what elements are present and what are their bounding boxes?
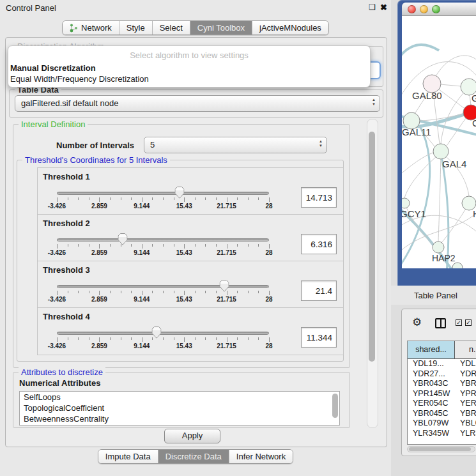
num-intervals-combobox[interactable]: 5 ▲▼ — [144, 137, 327, 153]
network-node[interactable] — [452, 263, 463, 268]
network-canvas[interactable]: GAL80GACGAL11GAL4GCY1HHAP2 — [402, 16, 476, 268]
cell-name[interactable]: YPR145W — [455, 389, 476, 399]
threshold-slider[interactable]: -3.4262.8599.14415.4321.71528 — [57, 168, 269, 214]
slider-tick — [89, 197, 89, 200]
tab-jactivemnodules[interactable]: jActiveMNodules — [252, 21, 328, 35]
table-row[interactable]: YDR27...YDR27... — [408, 369, 476, 380]
threshold-value-field[interactable]: 14.713 — [301, 187, 337, 208]
apply-button[interactable]: Apply — [164, 429, 220, 443]
slider-tick — [237, 337, 238, 340]
cell-name[interactable]: YER054C — [455, 399, 476, 409]
attribute-item-selfloops[interactable]: SelfLoops — [20, 392, 339, 403]
threshold-slider[interactable]: -3.4262.8599.14415.4321.71528 — [57, 261, 269, 307]
checkbox-icon[interactable]: ✓ — [465, 319, 472, 326]
cell-shared-name[interactable]: YDR27... — [408, 369, 455, 380]
slider-tick — [57, 244, 58, 249]
threshold-value-field[interactable]: 6.316 — [301, 234, 337, 254]
threshold-slider[interactable]: -3.4262.8599.14415.4321.71528 — [57, 215, 269, 261]
slider-tick — [78, 337, 79, 340]
minimize-button[interactable] — [420, 5, 428, 13]
slider-tick — [163, 244, 164, 247]
threshold-value-field[interactable]: 11.344 — [301, 327, 337, 348]
slider-tick — [99, 244, 100, 249]
threshold-slider[interactable]: -3.4262.8599.14415.4321.71528 — [57, 308, 269, 354]
split-columns-icon[interactable] — [435, 318, 446, 328]
cell-name[interactable]: YBR043C — [455, 379, 476, 389]
table-row[interactable]: YDL19...YDL19... — [408, 359, 476, 369]
slider-thumb[interactable] — [152, 326, 162, 341]
checkbox-icon[interactable]: ✓ — [456, 319, 462, 326]
cell-shared-name[interactable]: YBL079W — [408, 418, 455, 429]
tab-discretize-data[interactable]: Discretize Data — [158, 450, 229, 463]
table-body: YDL19...YDL19...YDR27...YDR27...YBR043CY… — [408, 359, 476, 437]
cell-shared-name[interactable]: YDL19... — [408, 359, 455, 369]
vertical-scrollbar-thumb[interactable] — [369, 132, 375, 362]
node-table[interactable]: shared... n... YDL19...YDL19...YDR27...Y… — [407, 341, 476, 445]
cell-shared-name[interactable]: YPR145W — [408, 389, 455, 399]
cell-shared-name[interactable]: YBR045C — [408, 409, 455, 419]
tab-impute-data[interactable]: Impute Data — [98, 450, 158, 463]
attribute-item-topologicalcoefficient[interactable]: TopologicalCoefficient — [20, 403, 339, 413]
top-tab-bar: NetworkStyleSelectCyni ToolboxjActiveMNo… — [0, 20, 391, 35]
slider-track[interactable] — [57, 192, 269, 195]
slider-tick — [258, 337, 259, 340]
threshold-value-field[interactable]: 21.4 — [301, 280, 337, 301]
numerical-attributes-list[interactable]: SelfLoopsTopologicalCoefficientBetweenne… — [19, 391, 340, 426]
combo-stepper-icon: ▲▼ — [319, 139, 323, 148]
network-node-gcy1[interactable] — [402, 198, 410, 208]
network-view-window: GAL80GACGAL11GAL4GCY1HHAP2 — [397, 0, 476, 286]
horizontal-scrollbar[interactable] — [407, 446, 475, 452]
slider-tick — [237, 291, 238, 293]
network-nodes[interactable]: GAL80GACGAL11GAL4GCY1HHAP2 — [402, 75, 476, 268]
tab-select[interactable]: Select — [153, 21, 190, 35]
slider-scale-label: 28 — [265, 342, 272, 349]
numerical-attributes-label: Numerical Attributes — [19, 378, 100, 388]
tab-infer-network[interactable]: Infer Network — [229, 450, 293, 463]
float-window-icon[interactable]: ❑ — [369, 3, 376, 12]
cell-shared-name[interactable]: YER054C — [408, 399, 455, 409]
cell-name[interactable]: YLR345W — [455, 429, 476, 438]
gear-icon[interactable]: ⚙ — [412, 317, 422, 328]
cell-shared-name[interactable]: YBR043C — [408, 379, 455, 389]
horizontal-scrollbar-thumb[interactable] — [409, 447, 471, 451]
bottom-tab-bar: Impute DataDiscretize DataInfer Network — [0, 449, 391, 464]
cell-shared-name[interactable]: YLR345W — [408, 429, 455, 438]
cell-name[interactable]: YDL19... — [455, 359, 476, 369]
algorithm-option-manual-discretization[interactable]: Manual Discretization — [10, 63, 96, 73]
vertical-scrollbar[interactable] — [367, 119, 378, 428]
table-row[interactable]: YBL079WYBL079W — [408, 418, 476, 429]
attributes-scrollbar-thumb[interactable] — [332, 394, 338, 418]
close-button[interactable] — [408, 5, 416, 13]
tab-cyni-toolbox[interactable]: Cyni Toolbox — [190, 21, 252, 35]
tab-style[interactable]: Style — [119, 21, 153, 35]
table-row[interactable]: YBR045CYBR045C — [408, 409, 476, 419]
slider-tick — [195, 197, 196, 200]
column-header-name[interactable]: n... — [455, 341, 476, 358]
cell-name[interactable]: YBL079W — [455, 418, 476, 429]
table-row[interactable]: YER054CYER054C — [408, 399, 476, 409]
table-data-combobox[interactable]: galFiltered.sif default node ▲▼ — [15, 95, 380, 112]
cell-name[interactable]: YDR27... — [455, 369, 476, 380]
table-row[interactable]: YBR043CYBR043C — [408, 379, 476, 389]
slider-track[interactable] — [57, 238, 269, 242]
slider-thumb[interactable] — [174, 187, 184, 201]
close-icon[interactable]: ✖ — [380, 3, 387, 12]
slider-thumb[interactable] — [220, 280, 229, 295]
tab-network[interactable]: Network — [63, 21, 119, 35]
slider-track[interactable] — [57, 332, 269, 335]
slider-tick — [205, 197, 206, 200]
column-header-shared-name[interactable]: shared... — [408, 341, 455, 358]
network-node-hap2[interactable] — [433, 242, 444, 253]
slider-tick — [99, 337, 100, 342]
slider-scale-label: 2.859 — [91, 203, 107, 210]
table-row[interactable]: YLR345WYLR345W — [408, 429, 476, 438]
slider-track[interactable] — [57, 285, 269, 288]
cell-name[interactable]: YBR045C — [455, 409, 476, 419]
slider-thumb[interactable] — [118, 233, 127, 248]
slider-tick — [163, 291, 164, 293]
zoom-button[interactable] — [432, 5, 440, 13]
attribute-item-betweennesscentrality[interactable]: BetweennessCentrality — [20, 413, 339, 424]
table-row[interactable]: YPR145WYPR145W — [408, 389, 476, 399]
network-node-gal4[interactable] — [433, 144, 449, 159]
algorithm-option-equal-width-frequency-discretization[interactable]: Equal Width/Frequency Discretization — [10, 74, 149, 84]
